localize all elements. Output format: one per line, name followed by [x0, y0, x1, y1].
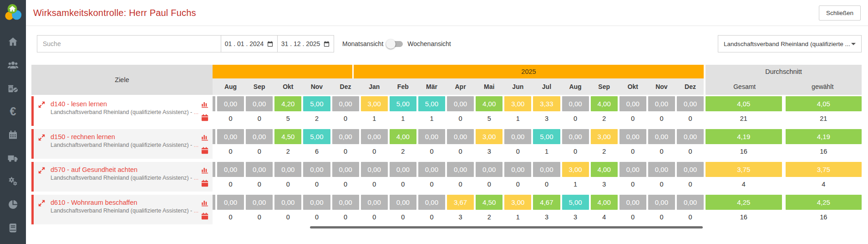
date-from-value: 01 . 01 . 2024: [225, 40, 264, 47]
gears-icon[interactable]: [7, 175, 19, 187]
count-value: 2: [303, 111, 330, 126]
row-month-values: 0,000,004,205,000,003,005,005,000,004,00…: [213, 96, 704, 126]
value-chip: 0,00: [274, 162, 301, 177]
goal-title[interactable]: d140 - lesen lernen: [51, 100, 199, 108]
value-chip: 0,00: [447, 129, 474, 144]
count-value: 2: [390, 144, 416, 159]
bar-chart-icon[interactable]: [201, 100, 209, 109]
table-body: d140 - lesen lernenLandschaftsverband Rh…: [31, 96, 862, 224]
year-band-segment: [213, 65, 352, 78]
month-header: Feb: [390, 83, 416, 90]
sidebar: €: [0, 0, 26, 244]
expand-icon[interactable]: [38, 101, 46, 109]
count-value: 0: [246, 177, 273, 192]
count-value: 0: [274, 177, 301, 192]
value-chip: 0,00: [390, 195, 416, 210]
calendar-icon[interactable]: [201, 146, 209, 155]
provider-dropdown[interactable]: Landschaftsverband Rheinland (qualifizie…: [718, 35, 862, 52]
clipped-column-sliver: [213, 129, 215, 144]
users-icon[interactable]: [7, 59, 19, 71]
medication-icon[interactable]: [7, 82, 19, 94]
value-chip: 0,00: [648, 195, 675, 210]
month-header: Jul: [533, 83, 560, 90]
view-toggle-left-label: Monatsansicht: [342, 40, 383, 47]
view-toggle-switch[interactable]: [388, 41, 403, 47]
search-input[interactable]: [37, 36, 221, 52]
clipped-column-sliver: [213, 195, 215, 210]
count-value: 3: [562, 210, 589, 224]
count-value: 0: [332, 210, 359, 224]
count-value: 0: [648, 210, 675, 224]
value-chip: 3,33: [533, 96, 560, 111]
average-total-count: 16: [706, 144, 782, 159]
value-chip: 3,00: [562, 162, 589, 177]
count-value: 3: [533, 111, 560, 126]
calendar-icon[interactable]: [201, 212, 209, 220]
count-value: 4: [591, 210, 618, 224]
table-row: d150 - rechnen lernenLandschaftsverband …: [31, 129, 862, 159]
calendar-icon[interactable]: [201, 179, 209, 187]
count-value: 0: [533, 177, 560, 192]
value-chip: 0,00: [274, 195, 301, 210]
value-chip: 0,00: [504, 129, 531, 144]
expand-icon[interactable]: [38, 199, 46, 207]
count-value: 0: [217, 111, 244, 126]
goal-title[interactable]: d150 - rechnen lernen: [51, 133, 199, 140]
value-chips-row: 0,000,004,205,000,003,005,005,000,004,00…: [213, 96, 704, 111]
value-chip: 0,00: [217, 96, 244, 111]
provider-selected-value: Landschaftsverband Rheinland (qualifizie…: [724, 41, 850, 47]
value-chip: 0,00: [217, 129, 244, 144]
truck-icon[interactable]: [7, 152, 19, 164]
subtitle-ellipsis: ...: [194, 109, 198, 115]
goal-subtitle: Landschaftsverband Rheinland (qualifizie…: [51, 175, 199, 181]
book-icon[interactable]: [7, 222, 19, 234]
average-selected-chip: 3,75: [786, 162, 862, 177]
home-icon[interactable]: [7, 36, 19, 47]
calendar-icon[interactable]: [201, 114, 209, 122]
value-chip: 4,67: [533, 195, 560, 210]
count-value: 0: [274, 210, 301, 224]
goal-subtitle: Landschaftsverband Rheinland (qualifizie…: [51, 208, 199, 214]
euro-icon[interactable]: €: [7, 105, 19, 117]
value-chip: 0,00: [619, 195, 646, 210]
count-value: 5: [274, 111, 301, 126]
expand-icon[interactable]: [38, 134, 46, 141]
count-value: 0: [390, 177, 416, 192]
goal-title[interactable]: d610 - Wohnraum beschaffen: [51, 199, 199, 206]
average-selected-chip: 4,25: [786, 195, 862, 210]
year-band: 2025: [213, 65, 704, 78]
goal-subtitle: Landschaftsverband Rheinland (qualifizie…: [51, 142, 199, 148]
bar-chart-icon[interactable]: [201, 199, 209, 207]
calendar-icon[interactable]: [7, 129, 19, 140]
date-to-field[interactable]: 31 . 12 . 2025: [277, 36, 334, 52]
average-total-count: 4: [706, 177, 782, 192]
month-header: Mär: [418, 83, 445, 90]
expand-icon[interactable]: [38, 166, 46, 174]
close-button[interactable]: Schließen: [819, 5, 861, 21]
table-row: d140 - lesen lernenLandschaftsverband Rh…: [31, 96, 862, 126]
bar-chart-icon[interactable]: [201, 166, 209, 174]
average-selected-chip: 4,19: [786, 129, 862, 144]
horizontal-scrollbar[interactable]: [310, 226, 703, 228]
count-value: 5: [476, 111, 503, 126]
goals-column-header: Ziele: [31, 65, 213, 95]
count-value: 0: [562, 144, 589, 159]
count-value: 2: [591, 144, 618, 159]
count-value: 0: [619, 144, 646, 159]
month-header: Jun: [504, 83, 531, 90]
value-chips-row: 0,000,000,000,000,000,000,000,000,000,00…: [213, 162, 704, 177]
row-averages: 4,254,251616: [706, 195, 862, 224]
goal-cell: d140 - lesen lernenLandschaftsverband Rh…: [31, 96, 213, 126]
count-value: 6: [303, 144, 330, 159]
date-from-field[interactable]: 01 . 01 . 2024: [221, 36, 277, 52]
goal-title[interactable]: d570 - auf Gesundheit achten: [51, 166, 199, 173]
pie-chart-icon[interactable]: [7, 198, 19, 210]
count-value: 0: [246, 210, 273, 224]
average-selected-count: 21: [786, 111, 862, 126]
count-value: 2: [274, 144, 301, 159]
bar-chart-icon[interactable]: [201, 133, 209, 141]
logo-circles-icon: [4, 3, 23, 22]
value-chip: 4,00: [476, 96, 503, 111]
value-chip: 4,00: [591, 162, 618, 177]
app-logo[interactable]: [0, 0, 26, 26]
